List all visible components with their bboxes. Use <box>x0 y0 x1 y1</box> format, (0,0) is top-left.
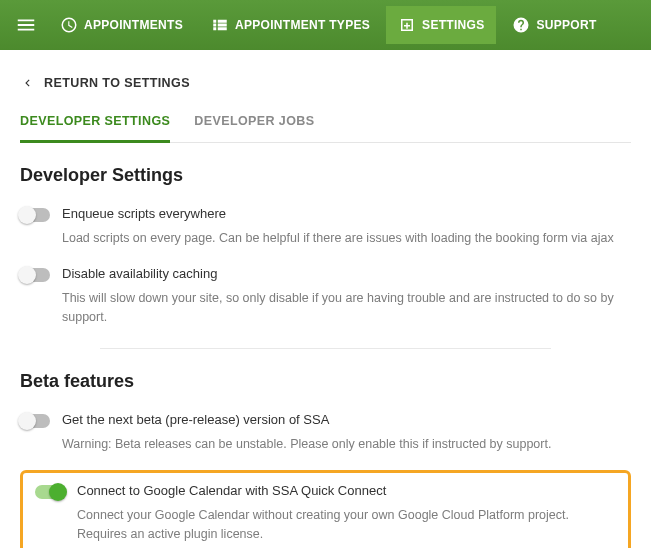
clock-icon <box>60 16 78 34</box>
nav-support[interactable]: SUPPORT <box>500 6 608 44</box>
setting-desc: Warning: Beta releases can be unstable. … <box>62 435 631 454</box>
nav-appointment-types[interactable]: APPOINTMENT TYPES <box>199 6 382 44</box>
chevron-left-icon <box>20 76 34 90</box>
help-icon <box>512 16 530 34</box>
content: RETURN TO SETTINGS DEVELOPER SETTINGS DE… <box>0 50 651 548</box>
setting-quick-connect: Connect to Google Calendar with SSA Quic… <box>35 483 616 544</box>
tab-developer-jobs[interactable]: DEVELOPER JOBS <box>194 106 314 142</box>
nav-label: SUPPORT <box>536 18 596 32</box>
setting-label: Disable availability caching <box>62 266 631 281</box>
setting-desc: This will slow down your site, so only d… <box>62 289 631 327</box>
tabs: DEVELOPER SETTINGS DEVELOPER JOBS <box>20 106 631 143</box>
list-icon <box>211 16 229 34</box>
nav-label: SETTINGS <box>422 18 484 32</box>
setting-beta-next: Get the next beta (pre-release) version … <box>20 406 631 466</box>
section-title-beta: Beta features <box>20 371 631 392</box>
setting-label: Get the next beta (pre-release) version … <box>62 412 631 427</box>
tab-developer-settings[interactable]: DEVELOPER SETTINGS <box>20 106 170 143</box>
nav-appointments[interactable]: APPOINTMENTS <box>48 6 195 44</box>
nav-label: APPOINTMENT TYPES <box>235 18 370 32</box>
divider <box>100 348 551 349</box>
setting-desc: Load scripts on every page. Can be helpf… <box>62 229 631 248</box>
back-label: RETURN TO SETTINGS <box>44 76 190 90</box>
nav-settings[interactable]: SETTINGS <box>386 6 496 44</box>
setting-label: Enqueue scripts everywhere <box>62 206 631 221</box>
setting-label: Connect to Google Calendar with SSA Quic… <box>77 483 616 498</box>
toggle-beta-next[interactable] <box>20 414 50 428</box>
back-to-settings[interactable]: RETURN TO SETTINGS <box>20 68 631 106</box>
nav-label: APPOINTMENTS <box>84 18 183 32</box>
topbar: APPOINTMENTS APPOINTMENT TYPES SETTINGS … <box>0 0 651 50</box>
menu-button[interactable] <box>8 7 44 43</box>
highlight-quick-connect: Connect to Google Calendar with SSA Quic… <box>20 470 631 548</box>
toggle-quick-connect[interactable] <box>35 485 65 499</box>
toggle-disable-caching[interactable] <box>20 268 50 282</box>
section-title-developer-settings: Developer Settings <box>20 165 631 186</box>
hamburger-icon <box>15 14 37 36</box>
setting-enqueue-scripts: Enqueue scripts everywhere Load scripts … <box>20 200 631 260</box>
setting-desc: Connect your Google Calendar without cre… <box>77 506 616 544</box>
toggle-enqueue-scripts[interactable] <box>20 208 50 222</box>
settings-plus-icon <box>398 16 416 34</box>
setting-disable-caching: Disable availability caching This will s… <box>20 260 631 339</box>
